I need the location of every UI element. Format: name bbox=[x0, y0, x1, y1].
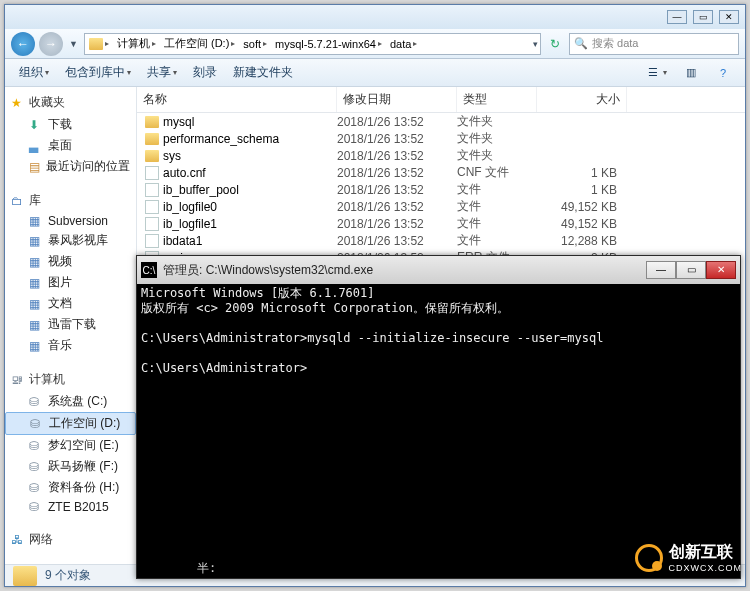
minimize-button[interactable]: — bbox=[667, 10, 687, 24]
file-size: 12,288 KB bbox=[537, 234, 627, 248]
burn-button[interactable]: 刻录 bbox=[187, 62, 223, 83]
table-row[interactable]: ib_logfile02018/1/26 13:52文件49,152 KB bbox=[137, 198, 745, 215]
status-folder-icon bbox=[13, 566, 37, 586]
sidebar-item-drive-h[interactable]: ⛁资料备份 (H:) bbox=[5, 477, 136, 498]
file-type: 文件 bbox=[457, 215, 537, 232]
file-size: 49,152 KB bbox=[537, 200, 627, 214]
file-name: ib_buffer_pool bbox=[163, 183, 239, 197]
computer-header[interactable]: 🖳计算机 bbox=[5, 368, 136, 391]
table-row[interactable]: ib_logfile12018/1/26 13:52文件49,152 KB bbox=[137, 215, 745, 232]
sidebar-item[interactable]: ▦Subversion bbox=[5, 212, 136, 230]
file-date: 2018/1/26 13:52 bbox=[337, 149, 457, 163]
status-count: 9 个对象 bbox=[45, 567, 91, 584]
search-placeholder: 搜索 data bbox=[592, 36, 638, 51]
breadcrumb-seg: mysql-5.7.21-winx64▸ bbox=[271, 38, 386, 50]
file-name: mysql bbox=[163, 115, 194, 129]
file-icon bbox=[145, 217, 159, 231]
sidebar-item[interactable]: ▦暴风影视库 bbox=[5, 230, 136, 251]
cmd-maximize-button[interactable]: ▭ bbox=[676, 261, 706, 279]
table-row[interactable]: sys2018/1/26 13:52文件夹 bbox=[137, 147, 745, 164]
file-name: ib_logfile1 bbox=[163, 217, 217, 231]
view-button[interactable]: ☰▾ bbox=[639, 63, 673, 83]
help-button[interactable]: ? bbox=[709, 63, 737, 83]
navbar: ← → ▼ ▸ 计算机▸ 工作空间 (D:)▸ soft▸ mysql-5.7.… bbox=[5, 29, 745, 59]
newfolder-button[interactable]: 新建文件夹 bbox=[227, 62, 299, 83]
sidebar-item-recent[interactable]: ▤最近访问的位置 bbox=[5, 156, 136, 177]
sidebar-item-drive-c[interactable]: ⛁系统盘 (C:) bbox=[5, 391, 136, 412]
file-name: auto.cnf bbox=[163, 166, 206, 180]
folder-icon bbox=[145, 116, 159, 128]
close-button[interactable]: ✕ bbox=[719, 10, 739, 24]
forward-button[interactable]: → bbox=[39, 32, 63, 56]
network-header[interactable]: 🖧网络 bbox=[5, 528, 136, 551]
file-date: 2018/1/26 13:52 bbox=[337, 234, 457, 248]
col-type[interactable]: 类型 bbox=[457, 87, 537, 112]
column-headers: 名称 修改日期 类型 大小 bbox=[137, 87, 745, 113]
breadcrumb-seg: data▸ bbox=[386, 38, 421, 50]
sidebar-item-drive-f[interactable]: ⛁跃马扬鞭 (F:) bbox=[5, 456, 136, 477]
file-icon bbox=[145, 183, 159, 197]
cmd-minimize-button[interactable]: — bbox=[646, 261, 676, 279]
table-row[interactable]: mysql2018/1/26 13:52文件夹 bbox=[137, 113, 745, 130]
sidebar-item[interactable]: ▦音乐 bbox=[5, 335, 136, 356]
cmd-close-button[interactable]: ✕ bbox=[706, 261, 736, 279]
table-row[interactable]: ib_buffer_pool2018/1/26 13:52文件1 KB bbox=[137, 181, 745, 198]
file-date: 2018/1/26 13:52 bbox=[337, 166, 457, 180]
file-icon bbox=[145, 166, 159, 180]
breadcrumb-seg: soft▸ bbox=[239, 38, 271, 50]
file-type: CNF 文件 bbox=[457, 164, 537, 181]
col-name[interactable]: 名称 bbox=[137, 87, 337, 112]
cmd-titlebar[interactable]: C:\ 管理员: C:\Windows\system32\cmd.exe — ▭… bbox=[137, 256, 740, 284]
file-type: 文件夹 bbox=[457, 130, 537, 147]
search-input[interactable]: 🔍 搜索 data bbox=[569, 33, 739, 55]
folder-icon bbox=[145, 150, 159, 162]
sidebar-item-zte[interactable]: ⛁ZTE B2015 bbox=[5, 498, 136, 516]
organize-button[interactable]: 组织▾ bbox=[13, 62, 55, 83]
address-dropdown-icon[interactable]: ▾ bbox=[531, 39, 540, 49]
search-icon: 🔍 bbox=[574, 37, 588, 50]
file-date: 2018/1/26 13:52 bbox=[337, 183, 457, 197]
file-size: 49,152 KB bbox=[537, 217, 627, 231]
col-size[interactable]: 大小 bbox=[537, 87, 627, 112]
libraries-header[interactable]: 🗀库 bbox=[5, 189, 136, 212]
sidebar-item-desktop[interactable]: ▃桌面 bbox=[5, 135, 136, 156]
folder-icon bbox=[89, 38, 103, 50]
history-dropdown-icon[interactable]: ▼ bbox=[67, 39, 80, 49]
back-button[interactable]: ← bbox=[11, 32, 35, 56]
file-rows: mysql2018/1/26 13:52文件夹performance_schem… bbox=[137, 113, 745, 266]
watermark: 创新互联 CDXWCX.COM bbox=[635, 542, 743, 573]
sidebar-item[interactable]: ▦视频 bbox=[5, 251, 136, 272]
folder-icon bbox=[145, 133, 159, 145]
sidebar-item-drive-e[interactable]: ⛁梦幻空间 (E:) bbox=[5, 435, 136, 456]
refresh-button[interactable]: ↻ bbox=[545, 34, 565, 54]
cmd-output[interactable]: Microsoft Windows [版本 6.1.7601] 版权所有 <c>… bbox=[137, 284, 740, 560]
file-name: sys bbox=[163, 149, 181, 163]
share-button[interactable]: 共享▾ bbox=[141, 62, 183, 83]
file-icon bbox=[145, 200, 159, 214]
file-type: 文件 bbox=[457, 232, 537, 249]
file-date: 2018/1/26 13:52 bbox=[337, 200, 457, 214]
file-type: 文件夹 bbox=[457, 147, 537, 164]
maximize-button[interactable]: ▭ bbox=[693, 10, 713, 24]
sidebar-item-drive-d[interactable]: ⛁工作空间 (D:) bbox=[5, 412, 136, 435]
file-type: 文件 bbox=[457, 198, 537, 215]
include-button[interactable]: 包含到库中▾ bbox=[59, 62, 137, 83]
table-row[interactable]: performance_schema2018/1/26 13:52文件夹 bbox=[137, 130, 745, 147]
sidebar-item[interactable]: ▦文档 bbox=[5, 293, 136, 314]
table-row[interactable]: auto.cnf2018/1/26 13:52CNF 文件1 KB bbox=[137, 164, 745, 181]
file-date: 2018/1/26 13:52 bbox=[337, 115, 457, 129]
sidebar-item-downloads[interactable]: ⬇下载 bbox=[5, 114, 136, 135]
sidebar-item[interactable]: ▦迅雷下载 bbox=[5, 314, 136, 335]
file-name: performance_schema bbox=[163, 132, 279, 146]
toolbar: 组织▾ 包含到库中▾ 共享▾ 刻录 新建文件夹 ☰▾ ▥ ? bbox=[5, 59, 745, 87]
col-date[interactable]: 修改日期 bbox=[337, 87, 457, 112]
favorites-header[interactable]: ★收藏夹 bbox=[5, 91, 136, 114]
explorer-titlebar: — ▭ ✕ bbox=[5, 5, 745, 29]
table-row[interactable]: ibdata12018/1/26 13:52文件12,288 KB bbox=[137, 232, 745, 249]
address-bar[interactable]: ▸ 计算机▸ 工作空间 (D:)▸ soft▸ mysql-5.7.21-win… bbox=[84, 33, 541, 55]
breadcrumb-seg: 计算机▸ bbox=[113, 36, 160, 51]
watermark-sub: CDXWCX.COM bbox=[669, 563, 743, 573]
preview-pane-button[interactable]: ▥ bbox=[677, 63, 705, 83]
file-size: 1 KB bbox=[537, 166, 627, 180]
sidebar-item[interactable]: ▦图片 bbox=[5, 272, 136, 293]
